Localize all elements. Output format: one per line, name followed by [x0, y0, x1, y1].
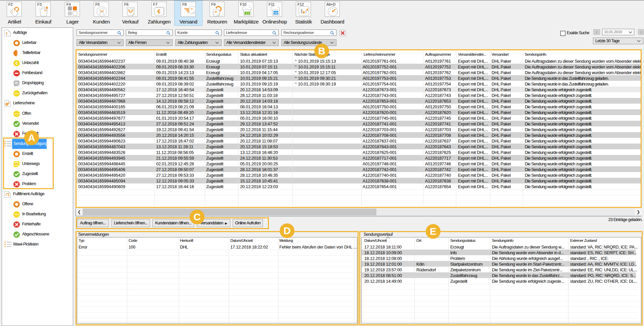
svg-text:€: €: [157, 9, 160, 14]
svg-text:€: €: [15, 61, 18, 66]
svg-text:!: !: [6, 31, 7, 36]
